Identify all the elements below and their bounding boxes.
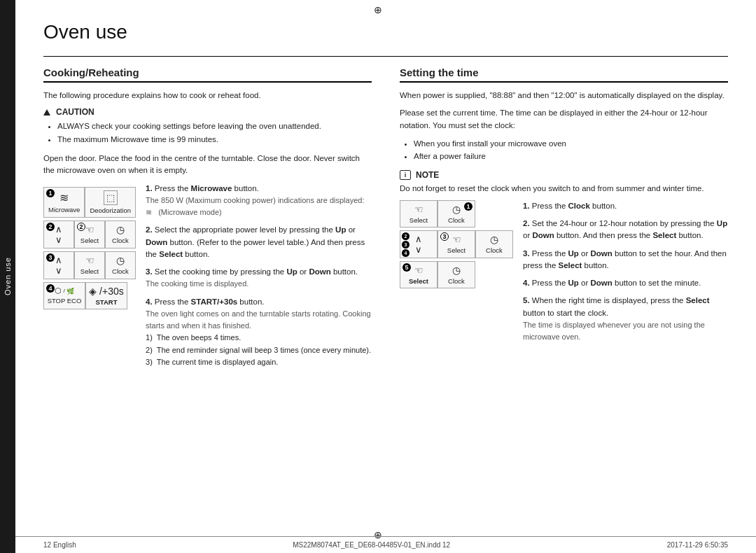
main-content: Oven use Cooking/Reheating The following… <box>15 0 756 553</box>
when-list: When you first install your microwave ov… <box>400 137 728 163</box>
caution-list: ALWAYS check your cooking settings befor… <box>43 120 372 146</box>
stop-icon: ⬡ <box>55 286 62 295</box>
title-divider <box>43 56 728 57</box>
hand-icon-3: ☜ <box>85 255 94 266</box>
hand-icon-c5: ☜ <box>414 265 424 276</box>
deodorization-label: Deodorization <box>90 206 131 214</box>
clock-sym-1: ◷ <box>452 204 461 215</box>
clock-icon-2: ◷ <box>116 224 125 235</box>
select-label-2: Select <box>80 237 99 244</box>
footer: 12 English MS22M8074AT_EE_DE68-04485V-01… <box>15 536 756 553</box>
clock-label-3: Clock <box>112 267 129 275</box>
caution-triangle-icon <box>43 109 50 115</box>
select-button-c5: 5 ☜ Select <box>400 261 438 288</box>
panel-row-4: 4 ⬡ / 🌿 STOP ECO ◈ /+30s START <box>43 282 136 309</box>
top-crosshair-icon: ⊕ <box>374 4 382 15</box>
clock-label-c5: Clock <box>448 277 465 285</box>
clock-button-c234: ◷ Clock <box>475 230 513 258</box>
caution-item: The maximum Microwave time is 99 minutes… <box>57 133 372 146</box>
cooking-intro: The following procedure explains how to … <box>43 90 372 102</box>
two-column-layout: Cooking/Reheating The following procedur… <box>43 66 728 374</box>
panel-step-2b: 2 <box>77 223 85 231</box>
note-icon: i <box>400 170 411 180</box>
left-column: Cooking/Reheating The following procedur… <box>43 66 372 374</box>
clock-panel-5: 5 ☜ Select ◷ Clock <box>400 261 513 288</box>
chevron-down-c: ∨ <box>415 244 422 255</box>
caution-item: ALWAYS check your cooking settings befor… <box>57 120 372 132</box>
setting-intro2: Please set the current time. The time ca… <box>400 107 728 132</box>
clock-step-1: 1. Press the Clock button. <box>523 200 728 212</box>
step-2: 2. Select the appropriate power level by… <box>146 224 372 260</box>
step-3: 3. Set the cooking time by pressing the … <box>146 266 372 290</box>
file-info: MS22M8074AT_EE_DE68-04485V-01_EN.indd 12 <box>293 541 450 549</box>
start-icon: ◈ /+30s <box>89 286 124 297</box>
side-tab: Oven use <box>0 0 15 553</box>
clock-panels-steps: ☜ Select 1 ◷ Clock 2 <box>400 200 728 349</box>
step-4: 4. Press the START/+30s button. The oven… <box>146 296 372 369</box>
chevron-down-icon: ∨ <box>55 234 62 245</box>
clock-sym-c5: ◷ <box>452 265 461 276</box>
clock-step-4: 4. Press the Up or Down button to set th… <box>523 277 728 289</box>
panel-row-1: 1 ≋ Microwave ⬚ Deodorization <box>43 187 136 218</box>
cooking-panels-steps: 1 ≋ Microwave ⬚ Deodorization 2 <box>43 183 372 374</box>
cooking-heading: Cooking/Reheating <box>43 66 372 83</box>
updown-button-c234: 2 3 4 ∧ ∨ <box>400 230 438 258</box>
step-5-badge: 5 <box>402 263 411 272</box>
deodorization-button-panel: ⬚ Deodorization <box>85 187 136 218</box>
clock-step-2: 2. Set the 24-hour or 12-hour notation b… <box>523 218 728 242</box>
select-label-c5: Select <box>409 277 428 285</box>
date-info: 2017-11-29 6:50:35 <box>667 541 728 549</box>
note-title: i NOTE <box>400 170 728 180</box>
panel-row-3: 3 ∧ ∨ ☜ Select ◷ Clock <box>43 251 136 279</box>
select-button-clock1: ☜ Select <box>400 200 438 227</box>
side-tab-label: Oven use <box>4 257 12 295</box>
select-label-c1: Select <box>410 216 428 224</box>
select-label-3: Select <box>80 267 99 275</box>
open-door-text: Open the door. Place the food in the cen… <box>43 153 372 177</box>
chevron-up-icon-3: ∧ <box>55 255 62 265</box>
clock-icon-3: ◷ <box>116 255 125 266</box>
panel-step-4: 4 <box>46 284 55 293</box>
hand-icon-c234: ☜ <box>452 234 461 245</box>
caution-label: CAUTION <box>56 107 94 117</box>
wave-icon: ≋ <box>59 191 69 204</box>
panel-step-2: 2 <box>46 223 55 231</box>
clock-step-3: 3. Press the Up or Down button to set th… <box>523 248 728 272</box>
when-item-2: After a power failure <box>414 150 728 162</box>
stop-eco-label: STOP ECO <box>48 297 82 304</box>
clock-step-1: 1 <box>464 202 472 211</box>
clock-button-c5: ◷ Clock <box>438 261 475 288</box>
microwave-button-panel: 1 ≋ Microwave <box>43 187 85 218</box>
panel-step-1: 1 <box>46 189 55 197</box>
clock-label-2: Clock <box>112 237 129 244</box>
panel-row-2: 2 ∧ ∨ 2 ☜ Select ◷ Clock <box>43 220 136 248</box>
clock-steps-text: 1. Press the Clock button. 2. Set the 24… <box>523 200 728 349</box>
setting-intro: When power is supplied, "88:88" and then… <box>400 90 728 102</box>
step-1: 1. Press the Microwave button. The 850 W… <box>146 183 372 219</box>
clock-panel-234: 2 3 4 ∧ ∨ 3 ☜ Select <box>400 230 513 258</box>
clock-label-c1: Clock <box>448 216 465 224</box>
caution-title: CAUTION <box>43 107 372 117</box>
eco-icon: 🌿 <box>66 288 74 295</box>
select-label-c234: Select <box>447 246 465 254</box>
page-number: 12 English <box>43 541 76 549</box>
clock-button-1: 1 ◷ Clock <box>438 200 475 227</box>
panel-step-3: 3 <box>46 253 55 262</box>
setting-heading: Setting the time <box>400 66 728 83</box>
chevron-up-icon: ∧ <box>55 224 62 234</box>
hand-icon-c1: ☜ <box>414 204 424 215</box>
cooking-steps: 1. Press the Microwave button. The 850 W… <box>146 183 372 374</box>
clock-sym-c234: ◷ <box>490 234 498 245</box>
when-item-1: When you first install your microwave ov… <box>414 137 728 150</box>
chevron-up-c: ∧ <box>415 234 422 244</box>
cooking-panels: 1 ≋ Microwave ⬚ Deodorization 2 <box>43 187 136 374</box>
microwave-label: Microwave <box>48 206 80 214</box>
note-label: NOTE <box>416 170 439 180</box>
note-text: Do not forget to reset the clock when yo… <box>400 183 728 195</box>
chevron-down-icon-3: ∨ <box>55 265 62 276</box>
hand-icon-2: ☜ <box>85 224 94 235</box>
clock-panel-1: ☜ Select 1 ◷ Clock <box>400 200 513 227</box>
page-title: Oven use <box>43 21 728 43</box>
clock-step-5: 5. When the right time is displayed, pre… <box>523 295 728 343</box>
right-column: Setting the time When power is supplied,… <box>400 66 728 374</box>
